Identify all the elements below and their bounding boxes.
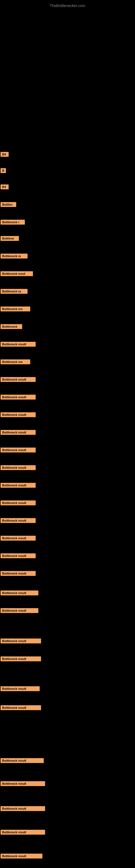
bottleneck-result-badge[interactable]: Bottleneck r — [1, 220, 25, 225]
bottleneck-result-badge[interactable]: Bottleneck result — [1, 500, 36, 505]
bottleneck-result-badge[interactable]: Bottleneck resul — [1, 271, 33, 276]
bottleneck-result-badge[interactable]: Bottleneck ra — [1, 289, 28, 294]
bottleneck-result-badge[interactable]: Bottleneck result — [1, 447, 36, 453]
bottleneck-result-badge[interactable]: Bottleneck result — [1, 342, 36, 347]
bottleneck-result-badge[interactable]: Bottleneck result — [1, 639, 41, 643]
bottleneck-result-badge[interactable]: Bottleneck result — [1, 553, 36, 558]
bottleneck-result-badge[interactable]: Bottleneck result — [1, 430, 36, 435]
bottleneck-result-badge[interactable]: B4 — [1, 152, 9, 157]
bottleneck-result-badge[interactable]: Bottleneck result — [1, 412, 36, 417]
bottleneck-result-badge[interactable]: Bottlen — [1, 202, 16, 207]
bottleneck-result-badge[interactable]: Bottleneck res — [1, 307, 30, 311]
bottleneck-result-badge[interactable]: Bottleneck result — [1, 758, 44, 763]
bottleneck-result-badge[interactable]: Bottleneck re — [1, 254, 28, 258]
bottleneck-result-badge[interactable]: Bottleneck result — [1, 705, 41, 710]
bottleneck-result-badge[interactable]: Bottleneck res — [1, 360, 30, 364]
bottleneck-result-badge[interactable]: Bottlene — [1, 236, 19, 241]
bottleneck-result-badge[interactable]: Bottleneck result — [1, 483, 36, 488]
bottleneck-result-badge[interactable]: Bottleneck result — [1, 518, 36, 523]
bottleneck-result-badge[interactable]: Bottleneck result — [1, 571, 36, 576]
bottleneck-result-badge[interactable]: Bottleneck result — [1, 536, 36, 540]
bottleneck-result-badge[interactable]: Bottleneck result — [1, 608, 38, 613]
bottleneck-result-badge[interactable]: B4 — [1, 184, 9, 189]
bottleneck-result-badge[interactable]: Bottleneck result — [1, 590, 38, 595]
bottleneck-result-badge[interactable]: Bottleneck result — [1, 686, 40, 691]
bottleneck-result-badge[interactable]: Bottleneck result — [1, 656, 41, 661]
bottleneck-result-badge[interactable]: Bottleneck result — [1, 806, 45, 811]
bottleneck-result-badge[interactable]: Bottleneck result — [1, 854, 42, 859]
bottleneck-result-badge[interactable]: Bottleneck — [1, 324, 22, 329]
bottleneck-result-badge[interactable]: Bottleneck result — [1, 395, 36, 400]
bottleneck-result-badge[interactable]: Bottleneck result — [1, 377, 36, 382]
bottleneck-result-badge[interactable]: B — [1, 168, 6, 173]
bottleneck-result-badge[interactable]: Bottleneck result — [1, 781, 45, 786]
bottleneck-result-badge[interactable]: Bottleneck result — [1, 830, 45, 835]
bottleneck-result-badge[interactable]: Bottleneck result — [1, 465, 36, 470]
site-title: TheBottlenecker.com — [0, 1, 135, 10]
